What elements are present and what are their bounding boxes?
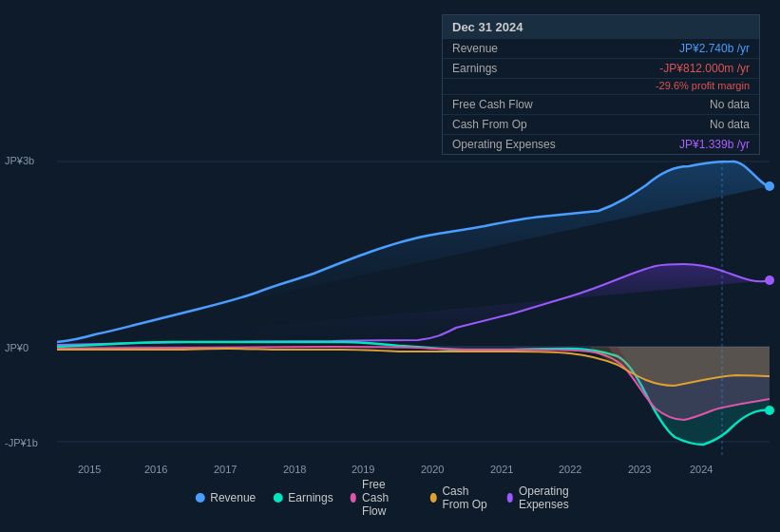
legend-label-earnings: Earnings (288, 491, 333, 504)
legend-item-cashfromop[interactable]: Cash From Op (430, 484, 489, 511)
tooltip-label-earnings: Earnings (452, 62, 497, 75)
legend-dot-earnings (273, 493, 282, 503)
tooltip-label-opex: Operating Expenses (452, 138, 556, 151)
chart-legend: Revenue Earnings Free Cash Flow Cash Fro… (195, 478, 585, 518)
x-label-2023: 2023 (628, 464, 651, 475)
x-label-2021: 2021 (490, 464, 513, 475)
legend-item-opex[interactable]: Operating Expenses (507, 484, 585, 511)
legend-label-fcf: Free Cash Flow (362, 478, 413, 518)
tooltip-row-revenue: Revenue JP¥2.740b /yr (443, 39, 759, 59)
x-label-2019: 2019 (352, 464, 374, 475)
tooltip-value-opex: JP¥1.339b /yr (679, 138, 750, 151)
x-label-2020: 2020 (421, 464, 444, 475)
tooltip-sub-row-margin: -29.6% profit margin (443, 79, 759, 95)
tooltip-value-earnings: -JP¥812.000m /yr (659, 62, 750, 75)
legend-item-earnings[interactable]: Earnings (273, 491, 333, 504)
tooltip-label-fcf: Free Cash Flow (452, 98, 533, 111)
x-label-2018: 2018 (283, 464, 306, 475)
tooltip-value-revenue: JP¥2.740b /yr (679, 42, 750, 55)
tooltip-value-cashfromop: No data (710, 118, 750, 131)
x-label-2017: 2017 (214, 464, 237, 475)
tooltip-label-cashfromop: Cash From Op (452, 118, 527, 131)
tooltip-label-revenue: Revenue (452, 42, 498, 55)
x-label-2016: 2016 (144, 464, 167, 475)
tooltip-row-fcf: Free Cash Flow No data (443, 95, 759, 115)
legend-dot-opex (507, 493, 513, 503)
svg-point-5 (765, 276, 774, 285)
tooltip-box: Dec 31 2024 Revenue JP¥2.740b /yr Earnin… (442, 14, 760, 155)
y-label-3b: JP¥3b (5, 155, 34, 166)
legend-dot-fcf (351, 493, 356, 503)
legend-dot-revenue (195, 493, 204, 503)
legend-item-fcf[interactable]: Free Cash Flow (351, 478, 413, 518)
tooltip-value-fcf: No data (710, 98, 750, 111)
y-label-0: JP¥0 (5, 342, 29, 353)
x-label-2024: 2024 (690, 464, 713, 475)
tooltip-row-cashfromop: Cash From Op No data (443, 115, 759, 135)
legend-item-revenue[interactable]: Revenue (195, 491, 256, 504)
svg-point-4 (765, 181, 774, 191)
legend-dot-cashfromop (430, 493, 436, 503)
x-label-2022: 2022 (559, 464, 581, 475)
tooltip-value-margin: -29.6% profit margin (656, 80, 750, 91)
legend-label-opex: Operating Expenses (519, 484, 585, 511)
tooltip-title: Dec 31 2024 (443, 15, 759, 39)
legend-label-revenue: Revenue (210, 491, 256, 504)
tooltip-row-opex: Operating Expenses JP¥1.339b /yr (443, 135, 759, 154)
y-label-neg1b: -JP¥1b (5, 437, 38, 448)
tooltip-row-earnings: Earnings -JP¥812.000m /yr (443, 59, 759, 79)
chart-container: JP¥3b JP¥0 -JP¥1b 2015 2016 2017 2018 20… (0, 0, 780, 532)
x-label-2015: 2015 (78, 464, 101, 475)
svg-point-6 (765, 406, 774, 415)
legend-label-cashfromop: Cash From Op (442, 484, 489, 511)
